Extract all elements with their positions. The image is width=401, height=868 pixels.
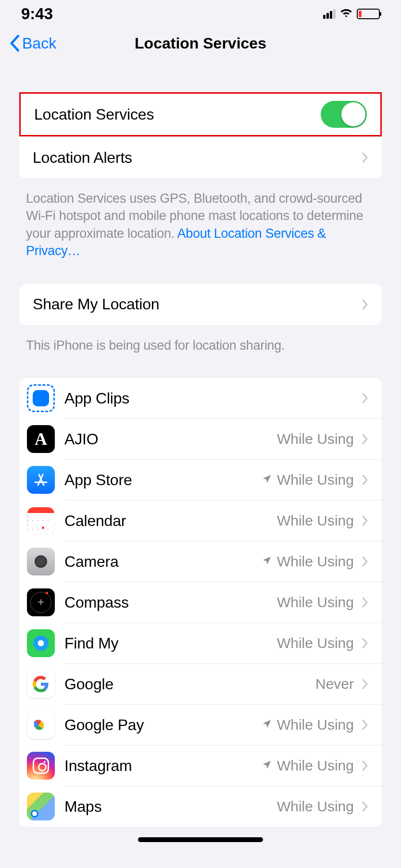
app-name-label: App Store (64, 471, 262, 489)
camera-icon (27, 548, 55, 575)
app-name-label: Camera (64, 553, 262, 571)
location-alerts-row[interactable]: Location Alerts (19, 137, 382, 178)
google-icon (27, 670, 55, 698)
app-permission-value: While Using (277, 553, 354, 570)
app-row-calendar[interactable]: · · · · · ·· · · · · ·· · · · · ·Calenda… (19, 501, 382, 541)
location-arrow-icon (262, 759, 272, 772)
maps-icon (27, 793, 55, 820)
location-services-toggle[interactable] (321, 101, 367, 128)
app-list-group: App ClipsAAJIOWhile UsingApp StoreWhile … (19, 378, 382, 827)
app-name-label: Compass (64, 594, 277, 611)
app-permission-value: While Using (277, 798, 354, 815)
device-frame: 9:43 Back Location Services Location Ser (0, 0, 401, 846)
app-name-label: Maps (64, 798, 277, 816)
ajio-icon: A (27, 425, 55, 453)
calendar-icon: · · · · · ·· · · · · ·· · · · · · (27, 507, 55, 535)
cellular-signal-icon (323, 9, 336, 19)
app-name-label: Google Pay (64, 716, 262, 734)
share-my-location-row[interactable]: Share My Location (19, 284, 382, 325)
location-arrow-icon (262, 719, 272, 731)
chevron-right-icon (362, 760, 368, 771)
app-row-googlepay[interactable]: Google PayWhile Using (19, 705, 382, 745)
location-services-label: Location Services (34, 106, 321, 123)
app-permission-value: While Using (277, 717, 354, 733)
app-row-compass[interactable]: +CompassWhile Using (19, 582, 382, 623)
chevron-right-icon (362, 597, 368, 608)
app-row-google[interactable]: GoogleNever (19, 664, 382, 704)
googlepay-icon (27, 711, 55, 739)
share-my-location-footer: This iPhone is being used for location s… (19, 325, 382, 354)
location-services-footer: Location Services uses GPS, Bluetooth, a… (19, 178, 382, 260)
app-name-label: AJIO (64, 430, 277, 448)
appclips-icon (27, 384, 55, 412)
back-label: Back (22, 35, 56, 52)
chevron-right-icon (362, 152, 368, 163)
chevron-right-icon (362, 719, 368, 731)
app-permission-value: While Using (277, 431, 354, 447)
battery-icon (357, 9, 380, 19)
status-time: 9:43 (21, 5, 53, 23)
instagram-icon (27, 752, 55, 780)
chevron-right-icon (362, 637, 368, 649)
back-button[interactable]: Back (9, 35, 56, 52)
status-bar: 9:43 (0, 0, 401, 28)
chevron-right-icon (362, 474, 368, 486)
app-row-findmy[interactable]: Find MyWhile Using (19, 623, 382, 663)
app-row-camera[interactable]: CameraWhile Using (19, 541, 382, 582)
location-services-row[interactable]: Location Services (21, 94, 380, 135)
app-permission-value: While Using (277, 594, 354, 611)
app-permission-value: Never (315, 676, 354, 692)
chevron-right-icon (362, 392, 368, 404)
highlight-location-services: Location Services (19, 92, 382, 136)
app-name-label: Find My (64, 635, 277, 652)
home-indicator (138, 837, 263, 842)
app-permission-value: While Using (277, 635, 354, 651)
app-name-label: Instagram (64, 757, 262, 775)
chevron-left-icon (9, 35, 20, 52)
chevron-right-icon (362, 556, 368, 567)
share-my-location-label: Share My Location (33, 295, 354, 313)
chevron-right-icon (362, 678, 368, 690)
app-permission-value: While Using (277, 758, 354, 774)
location-alerts-label: Location Alerts (33, 149, 354, 167)
navigation-bar: Back Location Services (0, 28, 401, 59)
app-permission-value: While Using (277, 472, 354, 488)
app-name-label: Google (64, 675, 315, 693)
app-name-label: Calendar (64, 512, 277, 530)
location-arrow-icon (262, 555, 272, 568)
app-name-label: App Clips (64, 390, 354, 407)
app-permission-value: While Using (277, 513, 354, 529)
chevron-right-icon (362, 515, 368, 526)
location-arrow-icon (262, 474, 272, 486)
chevron-right-icon (362, 299, 368, 310)
app-row-instagram[interactable]: InstagramWhile Using (19, 746, 382, 786)
wifi-icon (339, 7, 353, 21)
app-row-maps[interactable]: MapsWhile Using (19, 786, 382, 827)
app-row-appclips[interactable]: App Clips (19, 378, 382, 418)
app-row-appstore[interactable]: App StoreWhile Using (19, 460, 382, 500)
chevron-right-icon (362, 801, 368, 812)
appstore-icon (27, 466, 55, 494)
chevron-right-icon (362, 433, 368, 445)
page-title: Location Services (135, 35, 266, 52)
compass-icon: + (27, 588, 55, 616)
findmy-icon (27, 629, 55, 657)
app-row-ajio[interactable]: AAJIOWhile Using (19, 419, 382, 459)
